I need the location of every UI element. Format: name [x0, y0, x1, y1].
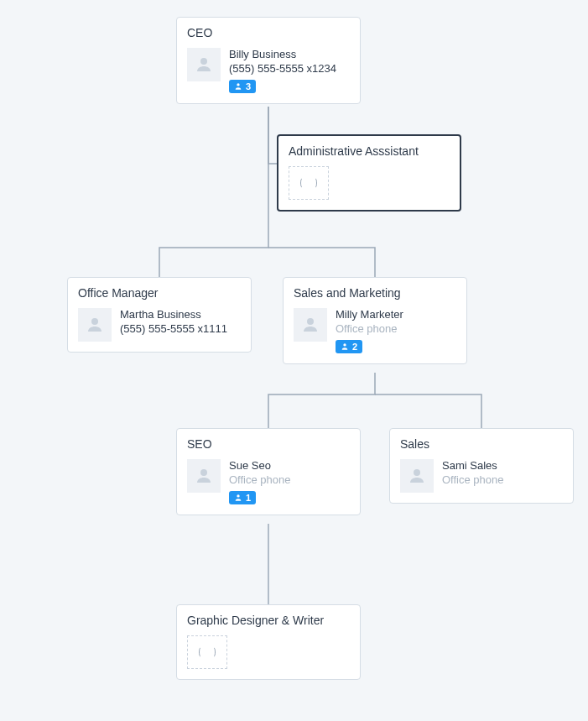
- svg-point-3: [307, 318, 314, 325]
- reports-badge[interactable]: 2: [336, 340, 362, 353]
- org-node-sales-marketing[interactable]: Sales and Marketing Milly Marketer Offic…: [283, 277, 467, 364]
- svg-point-0: [200, 58, 207, 65]
- person-name: Sami Sales: [442, 459, 503, 472]
- node-title: Administrative Asssistant: [289, 144, 450, 158]
- node-title: Sales and Marketing: [294, 286, 456, 300]
- reports-badge[interactable]: 1: [229, 491, 256, 504]
- person-name: Billy Business: [229, 48, 336, 60]
- person-phone: (555) 555-5555 x1111: [120, 322, 227, 335]
- placeholder-avatar-icon: [289, 166, 329, 200]
- person-name: Milly Marketer: [336, 308, 403, 321]
- avatar-icon: [78, 308, 112, 342]
- svg-point-7: [414, 469, 420, 476]
- svg-point-6: [237, 494, 239, 497]
- org-node-graphic-designer[interactable]: Graphic Designer & Writer: [176, 604, 361, 680]
- node-title: CEO: [187, 26, 350, 39]
- placeholder-avatar-icon: [187, 635, 227, 669]
- avatar-icon: [400, 459, 434, 493]
- person-name: Sue Seo: [229, 459, 290, 472]
- org-node-sales[interactable]: Sales Sami Sales Office phone: [389, 428, 574, 504]
- person-name: Martha Business: [120, 308, 227, 321]
- avatar-icon: [187, 459, 221, 493]
- person-phone: (555) 555-5555 x1234: [229, 62, 336, 75]
- avatar-icon: [294, 308, 327, 342]
- avatar-icon: [187, 48, 221, 81]
- person-phone: Office phone: [336, 322, 403, 335]
- node-title: Sales: [400, 437, 563, 451]
- person-phone: Office phone: [229, 473, 290, 486]
- person-phone: Office phone: [442, 473, 503, 486]
- org-node-office-manager[interactable]: Office Manager Martha Business (555) 555…: [67, 277, 252, 353]
- svg-point-1: [237, 83, 239, 86]
- svg-point-4: [343, 343, 346, 346]
- svg-point-5: [200, 469, 207, 476]
- node-title: SEO: [187, 437, 350, 451]
- org-node-ceo[interactable]: CEO Billy Business (555) 555-5555 x1234 …: [176, 17, 361, 104]
- org-node-seo[interactable]: SEO Sue Seo Office phone 1: [176, 428, 361, 515]
- reports-badge[interactable]: 3: [229, 80, 256, 93]
- node-title: Office Manager: [78, 286, 241, 300]
- org-node-admin-assistant[interactable]: Administrative Asssistant: [277, 134, 461, 212]
- svg-point-2: [91, 318, 98, 325]
- node-title: Graphic Designer & Writer: [187, 614, 350, 627]
